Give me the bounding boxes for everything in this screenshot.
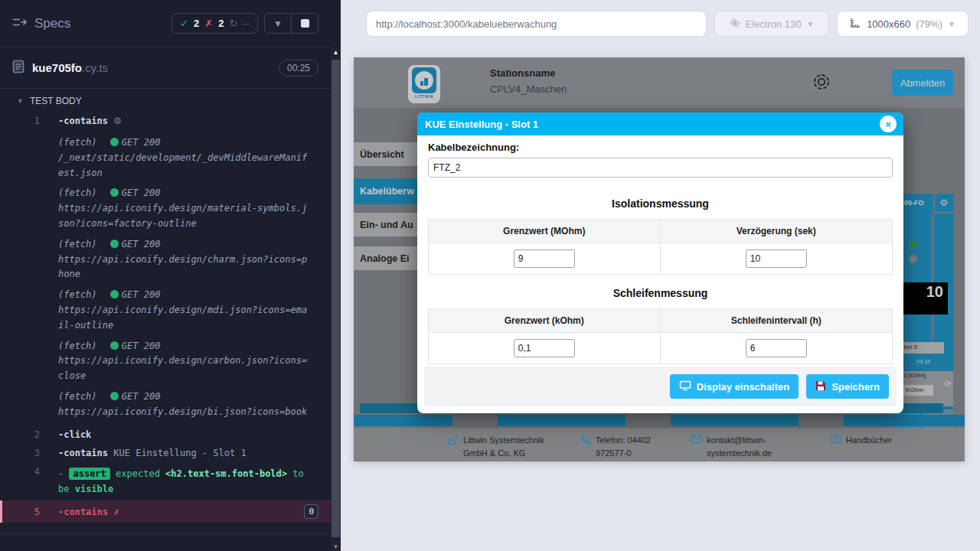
fetch-log-5[interactable]: (fetch) GET 200 https://api.iconify.desi…	[58, 339, 311, 384]
loop-intervall-input[interactable]	[746, 339, 807, 357]
display-on-label: Display einschalten	[697, 381, 789, 393]
kue-settings-modal: KUE Einstellung - Slot 1 × Kabelbezeichn…	[417, 112, 903, 413]
failed-count: 2	[218, 18, 224, 29]
fetch-log-3[interactable]: (fetch) GET 200 https://api.iconify.desi…	[58, 237, 311, 282]
command-name: -contains	[58, 448, 108, 458]
scrollbar-thumb[interactable]	[332, 60, 340, 537]
command-row-4[interactable]: 4 - assert expected <h2.text-sm.font-bol…	[0, 462, 331, 501]
iso-verzoegerung-input[interactable]	[746, 249, 807, 268]
fetch-url: https://api.iconify.design/material-symb…	[58, 203, 307, 229]
specs-title[interactable]: Specs	[34, 16, 70, 31]
chevron-down-icon: ▼	[807, 20, 815, 28]
passed-icon: ✓	[180, 18, 188, 29]
modal-title: KUE Einstellung - Slot 1	[425, 119, 538, 130]
spec-file-row[interactable]: kue705fo.cy.ts 00:25	[0, 47, 331, 89]
loop-heading: Schleifenmessung	[428, 287, 893, 299]
fetch-label: (fetch)	[58, 289, 97, 300]
fetch-log-4[interactable]: (fetch) GET 200 https://api.iconify.desi…	[58, 288, 311, 333]
command-log: 1 -contains ⚙ (fetch) GET 200 /_next/sta…	[0, 112, 331, 534]
spec-ext: .cy.ts	[82, 61, 108, 74]
viewport-select[interactable]: 1000x660 (79%) ▼	[837, 11, 969, 37]
step-number: 3	[0, 448, 40, 458]
scroll-up-icon[interactable]: ▲	[331, 49, 341, 56]
status-dot-icon	[110, 138, 119, 146]
command-row-3[interactable]: 3 -contains KUE Einstellung - Slot 1	[0, 444, 331, 462]
test-body-toggle[interactable]: ▼ TEST BODY	[0, 89, 331, 112]
status-dot-icon	[110, 240, 119, 248]
aut-topbar: Electron 130 ▼ 1000x660 (79%) ▼	[341, 0, 980, 47]
column-header: Schleifenintervall (h)	[661, 309, 893, 332]
fetch-status: GET 200	[122, 391, 161, 402]
command-row-5-failed[interactable]: 5 -contains ✗ 0	[0, 500, 331, 523]
display-icon	[679, 380, 691, 393]
fetch-status: GET 200	[122, 341, 161, 351]
collapse-button[interactable]: ▼	[265, 14, 291, 33]
gear-icon: ⚙	[113, 116, 122, 126]
column-header: Grenzwert (kOhm)	[429, 309, 661, 332]
browser-label: Electron 130	[746, 18, 802, 30]
stop-button[interactable]	[292, 14, 318, 33]
command-name: -click	[58, 429, 91, 440]
fetch-log-1[interactable]: (fetch) GET 200 /_next/static/developmen…	[58, 135, 311, 181]
fetch-status: GET 200	[122, 137, 161, 148]
ruler-icon	[850, 18, 861, 31]
status-dot-icon	[110, 290, 119, 298]
loop-table: Grenzwert (kOhm) Schleifenintervall (h)	[428, 308, 893, 364]
command-row-2[interactable]: 2 -click	[0, 425, 331, 444]
fetch-label: (fetch)	[58, 187, 97, 198]
command-row-1[interactable]: 1 -contains ⚙	[0, 112, 331, 130]
command-name: -contains	[58, 507, 108, 517]
chevron-down-icon: ▼	[948, 20, 956, 28]
reporter-scrollbar: ▲ ▼	[331, 0, 341, 551]
command-name: -contains	[58, 116, 108, 126]
step-number: 1	[0, 116, 40, 126]
test-stats: ✓ 2 ✗ 2 ↻ --	[172, 13, 258, 34]
fail-count-badge: 0	[304, 504, 318, 519]
cable-name-input[interactable]	[428, 158, 893, 178]
spec-name: kue705fo	[32, 61, 82, 74]
loop-grenzwert-input[interactable]	[514, 339, 575, 357]
assert-expected: visible	[75, 484, 114, 494]
spec-timer: 00:25	[279, 60, 318, 77]
fetch-url: https://api.iconify.design/charm.json?ic…	[58, 254, 307, 280]
fetch-label: (fetch)	[58, 137, 97, 148]
modal-footer: Display einschalten Speichern	[424, 367, 897, 406]
scroll-down-icon[interactable]: ▼	[331, 543, 341, 550]
cable-name-label: Kabelbezeichnung:	[428, 142, 893, 153]
assert-selector: <h2.text-sm.font-bold>	[165, 468, 287, 479]
close-icon[interactable]: ×	[880, 116, 897, 132]
assert-badge: assert	[69, 468, 109, 480]
viewport-zoom: (79%)	[916, 18, 942, 30]
save-label: Speichern	[831, 381, 880, 393]
step-number: 4	[0, 466, 40, 497]
display-on-button[interactable]: Display einschalten	[670, 374, 799, 399]
failed-icon: ✗	[204, 18, 213, 29]
specs-toggle-icon[interactable]	[12, 16, 27, 31]
isolation-heading: Isolationsmessung	[428, 197, 893, 210]
isolation-table: Grenzwert (MOhm) Verzögerung (sek)	[428, 219, 893, 275]
log-divider	[0, 533, 331, 534]
passed-count: 2	[194, 18, 199, 29]
chevron-down-icon: ▼	[273, 18, 283, 29]
reporter-header: Specs ✓ 2 ✗ 2 ↻ -- ▼	[0, 0, 331, 47]
iso-grenzwert-input[interactable]	[514, 249, 575, 268]
status-dot-icon	[110, 188, 119, 197]
spec-file-icon	[12, 60, 24, 77]
fetch-status: GET 200	[122, 239, 161, 249]
fetch-label: (fetch)	[58, 391, 97, 402]
url-input[interactable]	[376, 18, 697, 30]
fetch-url: https://api.iconify.design/carbon.json?i…	[58, 355, 307, 381]
command-arg: KUE Einstellung - Slot 1	[113, 448, 246, 458]
browser-select[interactable]: Electron 130 ▼	[714, 11, 829, 37]
fetch-url: https://api.iconify.design/bi.json?icons…	[58, 406, 307, 417]
save-button[interactable]: Speichern	[806, 374, 889, 399]
chevron-down-icon: ▼	[17, 97, 24, 105]
fetch-label: (fetch)	[58, 341, 97, 351]
save-floppy-icon	[815, 380, 826, 393]
fetch-status: GET 200	[122, 289, 161, 300]
run-controls: ▼	[264, 13, 318, 34]
url-bar[interactable]	[366, 11, 707, 37]
scrollbar-track[interactable]: ▲ ▼	[331, 47, 341, 551]
fetch-log-2[interactable]: (fetch) GET 200 https://api.iconify.desi…	[58, 186, 311, 231]
fetch-log-6[interactable]: (fetch) GET 200 https://api.iconify.desi…	[58, 390, 311, 420]
